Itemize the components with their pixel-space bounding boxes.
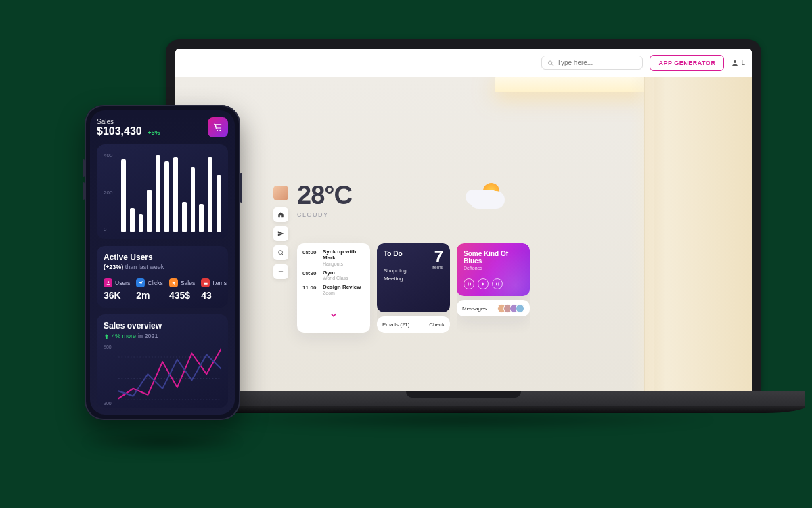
laptop-shadow: [206, 408, 721, 432]
bar: [147, 190, 152, 232]
cards-row: 08:00Synk up with MarkHangouts09:30GymWo…: [297, 243, 530, 333]
stat-value: 36K: [104, 290, 130, 301]
phone-shadow: [81, 430, 244, 454]
schedule-expand[interactable]: [297, 308, 370, 326]
schedule-row[interactable]: 09:30GymWorld Class: [302, 268, 365, 283]
todo-card[interactable]: To Do 7 items ShoppingMeeting: [377, 243, 450, 312]
ytick: 0: [104, 226, 120, 232]
schedule-card: 08:00Synk up with MarkHangouts09:30GymWo…: [297, 243, 370, 333]
schedule-row[interactable]: 11:00Design ReviewZoom: [302, 282, 365, 297]
todo-stack: To Do 7 items ShoppingMeeting Emails (21…: [377, 243, 450, 333]
bar: [199, 204, 204, 232]
sales-label: Sales: [97, 118, 208, 125]
search-icon: [547, 60, 554, 66]
bar: [121, 159, 126, 232]
emails-card[interactable]: Emails (21) Check: [377, 316, 450, 333]
stat-users: Users36K: [104, 278, 130, 301]
weather-temp: 28°C: [297, 181, 352, 210]
bar-chart-panel: 4002000: [97, 144, 228, 239]
messages-card[interactable]: Messages: [457, 300, 530, 316]
prev-icon: [467, 282, 472, 287]
cart-button[interactable]: [208, 117, 228, 137]
next-icon: [495, 282, 500, 287]
schedule-row[interactable]: 08:00Synk up with MarkHangouts: [302, 247, 365, 268]
stat-label: Users: [115, 280, 130, 287]
emails-label: Emails (21): [382, 322, 409, 328]
svg-line-4: [282, 254, 284, 255]
weather-block: 28°C CLOUDY: [297, 181, 352, 218]
schedule-time: 08:00: [302, 249, 319, 266]
stat-clicks: Clicks2m: [136, 278, 163, 301]
sales-overview-panel: Sales overview 4% more in 2021 500300: [97, 314, 228, 408]
music-prev-button[interactable]: [464, 278, 474, 289]
bar: [139, 214, 143, 232]
search-input-wrap[interactable]: [541, 56, 643, 70]
svg-rect-5: [279, 271, 284, 272]
ytick: 300: [104, 401, 117, 406]
cloud-icon: [470, 191, 505, 209]
todo-item: Meeting: [384, 275, 443, 283]
bar-chart: 4002000: [104, 151, 221, 232]
rail-send-button[interactable]: [273, 226, 288, 241]
search-icon: [277, 249, 284, 256]
music-stack: Some Kind Of Blues Deftones Messages: [457, 243, 530, 333]
chevron-down-icon: [329, 310, 338, 320]
stat-value: 43: [201, 290, 227, 301]
sales-overview-sub: 4% more in 2021: [104, 333, 221, 339]
laptop-screen: APP GENERATOR L 28°C CLO: [175, 49, 752, 391]
todo-count: 7: [434, 247, 443, 266]
bar: [208, 157, 212, 232]
svg-point-3: [279, 251, 283, 255]
stat-label: Clicks: [148, 280, 163, 287]
arrow-up-icon: [104, 333, 110, 339]
stat-icon: [169, 278, 178, 287]
login-label: L: [741, 59, 745, 66]
ytick: 200: [104, 190, 120, 196]
stat-sales: Sales435$: [169, 278, 195, 301]
cart-icon: [213, 123, 223, 132]
schedule-title: Gym: [323, 270, 365, 276]
sales-header: Sales $103,430 +5%: [97, 117, 228, 137]
stat-value: 2m: [136, 290, 163, 301]
svg-point-7: [175, 284, 175, 284]
stat-icon: [104, 278, 112, 287]
search-input[interactable]: [557, 59, 637, 66]
ytick: 400: [104, 152, 120, 158]
ceiling-light: [495, 77, 650, 92]
svg-line-1: [552, 64, 554, 65]
laptop-bezel: APP GENERATOR L 28°C CLO: [166, 39, 761, 391]
active-users-title: Active Users: [104, 253, 221, 262]
avatar: [516, 304, 524, 313]
messages-label: Messages: [462, 305, 487, 312]
todo-item: Shopping: [384, 267, 443, 275]
music-artist: Deftones: [464, 266, 523, 270]
rail-search-button[interactable]: [273, 245, 288, 260]
music-play-button[interactable]: [478, 278, 489, 289]
sales-amount: $103,430: [97, 125, 142, 137]
bar: [130, 208, 135, 232]
rail-settings-button[interactable]: [273, 264, 288, 279]
active-users-sub: (+23%) than last week: [104, 263, 221, 270]
user-icon: [731, 59, 739, 67]
line-chart: 500300: [104, 345, 221, 406]
music-next-button[interactable]: [492, 278, 503, 289]
stat-label: Items: [212, 280, 227, 287]
minus-icon: [277, 268, 284, 275]
line-series: [118, 354, 221, 396]
schedule-sub: World Class: [323, 276, 365, 280]
login-link[interactable]: L: [731, 59, 745, 67]
schedule-time: 11:00: [302, 284, 319, 295]
ytick: 500: [104, 345, 117, 350]
bar: [182, 202, 187, 232]
bar: [217, 175, 221, 232]
hero-room: 28°C CLOUDY 08:00Synk up with MarkHangou…: [175, 77, 752, 391]
home-icon: [277, 211, 284, 218]
side-rail: [273, 186, 288, 279]
bar: [191, 167, 196, 232]
avatar[interactable]: [273, 186, 288, 200]
rail-home-button[interactable]: [273, 207, 288, 222]
send-icon: [277, 230, 284, 237]
play-icon: [481, 282, 486, 287]
app-generator-button[interactable]: APP GENERATOR: [650, 55, 724, 71]
bar: [173, 157, 178, 232]
